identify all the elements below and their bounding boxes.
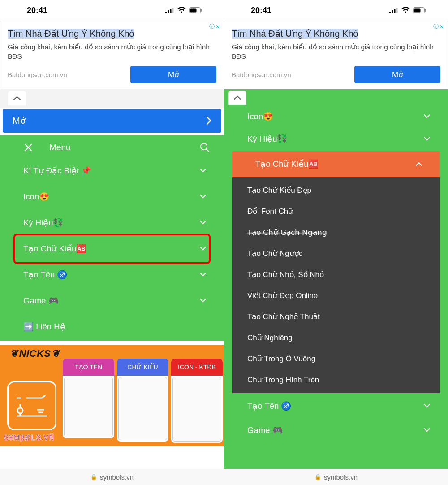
menu-header: Menu bbox=[0, 135, 224, 155]
ad-open-button[interactable]: Mở bbox=[354, 66, 440, 83]
ad-info-icon[interactable]: ⓘ bbox=[433, 23, 439, 30]
screen-label: CHỮ KIỂU bbox=[117, 359, 168, 376]
ad-title[interactable]: Tìm Nhà Đất Ưng Ý Không Khó bbox=[8, 29, 134, 39]
dropdown-item[interactable]: Tạo Chữ Nghệ Thuật bbox=[232, 306, 440, 327]
browser-address-bar[interactable]: 🔒 symbols.vn bbox=[0, 469, 224, 485]
svg-rect-9 bbox=[389, 12, 391, 13]
dropdown-item[interactable]: Đổi Font Chữ bbox=[232, 201, 440, 222]
domain-text: symbols.vn bbox=[100, 473, 134, 481]
nicks-title: NICKS bbox=[10, 348, 60, 359]
menu-item-taoten[interactable]: Tạo Tên ♐ bbox=[0, 262, 224, 288]
chevron-down-icon bbox=[424, 114, 430, 118]
menu-item-taochukieu-active[interactable]: Tạo Chữ Kiểu🆎 bbox=[232, 151, 440, 177]
chevron-down-icon bbox=[424, 137, 430, 141]
wifi-icon bbox=[401, 7, 410, 13]
ad-open-button[interactable]: Mở bbox=[130, 66, 216, 83]
svg-rect-2 bbox=[170, 9, 172, 13]
status-time: 20:41 bbox=[27, 6, 47, 15]
ad-close-icon[interactable]: ✕ bbox=[215, 24, 220, 30]
battery-icon bbox=[189, 7, 202, 13]
menu-item-label: ➡️ Liên Hệ bbox=[23, 322, 65, 332]
ad-banner: ⓘ ✕ Tìm Nhà Đất Ưng Ý Không Khó Giá công… bbox=[224, 21, 448, 89]
menu-item-label: Game 🎮 bbox=[247, 425, 283, 435]
status-time: 20:41 bbox=[251, 6, 271, 15]
menu-item-taochukieu[interactable]: Tạo Chữ Kiểu🆎 bbox=[0, 236, 224, 262]
domain-text: symbols.vn bbox=[324, 473, 358, 481]
svg-rect-14 bbox=[414, 9, 421, 13]
browser-address-bar[interactable]: 🔒 symbols.vn bbox=[224, 469, 448, 485]
chevron-down-icon bbox=[200, 247, 206, 251]
collapse-bar bbox=[0, 89, 224, 108]
svg-rect-0 bbox=[165, 12, 167, 13]
menu-item-game[interactable]: Game 🎮 bbox=[0, 288, 224, 314]
menu-item-icon[interactable]: Icon😍 bbox=[224, 106, 448, 127]
screen-icon: ICON - KTĐB bbox=[171, 359, 223, 443]
nav-menu: Menu Kí Tự Đặc Biệt 📌 Icon😍 Ký Hiệu💱 Tạo… bbox=[0, 135, 224, 341]
ad-subtitle: Giá công khai, kèm biểu đồ so sánh mức g… bbox=[8, 43, 216, 61]
mo-label: Mở bbox=[13, 115, 26, 126]
dropdown-item[interactable]: Tạo Chữ Kiểu Đẹp bbox=[232, 180, 440, 201]
menu-item-icon[interactable]: Icon😍 bbox=[0, 184, 224, 210]
dropdown-item[interactable]: Chữ Nghiêng bbox=[232, 327, 440, 348]
nicks-brand: S¥MβØLS.VÑ bbox=[4, 433, 55, 442]
screen-label: TẠO TÊN bbox=[63, 359, 114, 376]
phone-left: 20:41 ⓘ ✕ Tìm Nhà Đất Ưng Ý Không Khó Gi… bbox=[0, 0, 224, 485]
dropdown-item[interactable]: Tạo Chữ Ngược bbox=[232, 243, 440, 264]
ad-info-icon[interactable]: ⓘ bbox=[209, 23, 215, 30]
chevron-down-icon bbox=[200, 169, 206, 173]
nicks-banner[interactable]: NICKS S¥MβØLS.VÑ TẠO TÊN CHỮ KIỂU ICON -… bbox=[0, 345, 224, 446]
chevron-up-icon[interactable] bbox=[228, 91, 246, 105]
menu-item-label: Tạo Chữ Kiểu🆎 bbox=[23, 244, 86, 254]
menu-item-taoten[interactable]: Tạo Tên ♐ bbox=[224, 393, 448, 418]
chevron-down-icon bbox=[200, 273, 206, 277]
svg-rect-1 bbox=[168, 10, 169, 13]
chevron-down-icon bbox=[200, 299, 206, 303]
search-icon[interactable] bbox=[200, 143, 210, 152]
dropdown-item[interactable]: T̶ạ̶o̶ ̶C̶h̶ữ̶ ̶G̶ạ̶c̶h̶ ̶N̶g̶a̶n̶g̶ bbox=[232, 222, 440, 243]
screen-taoten: TẠO TÊN bbox=[63, 359, 114, 438]
chevron-down-icon bbox=[200, 221, 206, 225]
svg-rect-5 bbox=[190, 9, 197, 13]
nicks-screens: TẠO TÊN CHỮ KIỂU ICON - KTĐB bbox=[63, 359, 223, 443]
ad-domain: Batdongsan.com.vn bbox=[232, 71, 291, 78]
nav-menu-right: Icon😍 Ký Hiệu💱 Tạo Chữ Kiểu🆎 Tạo Chữ Kiể… bbox=[224, 89, 448, 479]
ad-corner: ⓘ ✕ bbox=[433, 23, 444, 30]
dropdown-item[interactable]: Viết Chữ Đẹp Online bbox=[232, 285, 440, 306]
ad-title[interactable]: Tìm Nhà Đất Ưng Ý Không Khó bbox=[232, 29, 358, 39]
dropdown-item[interactable]: Chữ Trong Hình Tròn bbox=[232, 369, 440, 390]
menu-item-label: Ký Hiệu💱 bbox=[247, 134, 288, 144]
svg-rect-10 bbox=[392, 10, 393, 13]
lock-icon: 🔒 bbox=[90, 474, 97, 480]
ad-corner: ⓘ ✕ bbox=[209, 23, 220, 30]
chevron-down-icon bbox=[424, 404, 430, 408]
menu-item-label: Icon😍 bbox=[23, 192, 49, 202]
menu-item-lienhe[interactable]: ➡️ Liên Hệ bbox=[0, 314, 224, 340]
menu-item-label: Icon😍 bbox=[247, 112, 273, 121]
signal-icon bbox=[165, 8, 174, 13]
dropdown-item[interactable]: Chữ Trong Ô Vuông bbox=[232, 348, 440, 369]
menu-item-kyhieu[interactable]: Ký Hiệu💱 bbox=[0, 210, 224, 236]
chevron-up-icon[interactable] bbox=[8, 91, 26, 105]
close-icon[interactable] bbox=[24, 143, 32, 152]
screen-label: ICON - KTĐB bbox=[171, 359, 223, 376]
svg-point-8 bbox=[17, 408, 23, 413]
ad-subtitle: Giá công khai, kèm biểu đồ so sánh mức g… bbox=[232, 43, 440, 61]
chevron-up-icon bbox=[416, 162, 422, 166]
menu-item-kitu[interactable]: Kí Tự Đặc Biệt 📌 bbox=[0, 158, 224, 184]
dropdown-panel: Tạo Chữ Kiểu Đẹp Đổi Font Chữ T̶ạ̶o̶ ̶C̶… bbox=[232, 177, 440, 393]
nicks-app-icon bbox=[7, 381, 56, 430]
wifi-icon bbox=[177, 7, 186, 13]
svg-rect-12 bbox=[396, 8, 398, 13]
menu-item-label: Kí Tự Đặc Biệt 📌 bbox=[23, 166, 91, 176]
status-bar: 20:41 bbox=[0, 0, 224, 21]
battery-icon bbox=[413, 7, 426, 13]
ad-close-icon[interactable]: ✕ bbox=[439, 24, 444, 30]
status-icons bbox=[389, 7, 426, 13]
mo-open-bar[interactable]: Mở bbox=[3, 109, 221, 133]
menu-item-label: Game 🎮 bbox=[23, 296, 59, 306]
dropdown-item[interactable]: Tạo Chữ Nhỏ, Số Nhỏ bbox=[232, 264, 440, 285]
menu-item-label: Tạo Tên ♐ bbox=[23, 270, 67, 280]
menu-item-game[interactable]: Game 🎮 bbox=[224, 418, 448, 442]
menu-item-kyhieu[interactable]: Ký Hiệu💱 bbox=[224, 127, 448, 151]
screen-chukieu: CHỮ KIỂU bbox=[117, 359, 168, 442]
